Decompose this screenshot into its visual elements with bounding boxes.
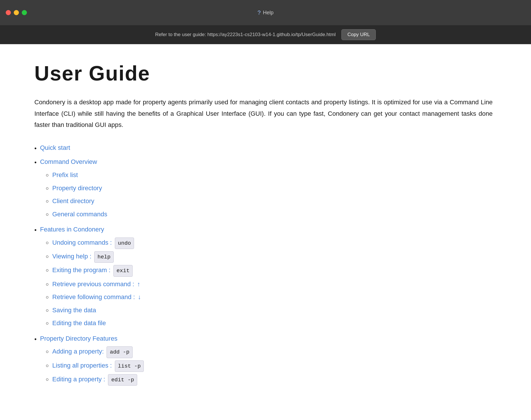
toc-sub-editing-data: Editing the data file — [46, 317, 141, 329]
toc-sub-undoing: Undoing commands : undo — [46, 237, 141, 249]
toc-sub-general-commands: General commands — [46, 209, 107, 220]
close-button[interactable] — [6, 10, 11, 15]
client-directory-link[interactable]: Client directory — [52, 195, 95, 207]
general-commands-link[interactable]: General commands — [52, 209, 107, 220]
main-content: User Guide Condonery is a desktop app ma… — [0, 44, 531, 413]
features-link[interactable]: Features in Condonery — [40, 226, 104, 233]
exit-badge: exit — [113, 265, 133, 276]
editing-property-link[interactable]: Editing a property : — [52, 376, 105, 383]
help-badge: help — [94, 251, 114, 263]
editing-data-link[interactable]: Editing the data file — [52, 317, 106, 329]
page-title: User Guide — [34, 62, 497, 85]
toc-item-quick-start: Quick start — [34, 142, 497, 154]
saving-link[interactable]: Saving the data — [52, 305, 96, 316]
retrieve-prev-link[interactable]: Retrieve previous command : — [52, 280, 134, 288]
adding-property-link[interactable]: Adding a property: — [52, 348, 104, 355]
toc-sub-adding-property: Adding a property: add -p — [46, 346, 144, 358]
listing-properties-link[interactable]: Listing all properties : — [52, 362, 112, 369]
viewing-help-link[interactable]: Viewing help : — [52, 253, 92, 260]
title-bar: ? Help — [0, 0, 531, 25]
add-p-badge: add -p — [107, 346, 132, 358]
quick-start-link[interactable]: Quick start — [40, 142, 70, 154]
toc-sub-exiting: Exiting the program : exit — [46, 264, 141, 276]
retrieve-follow-link[interactable]: Retrieve following command : — [52, 293, 135, 301]
property-features-link[interactable]: Property Directory Features — [40, 335, 117, 342]
help-icon: ? — [257, 9, 261, 16]
edit-p-badge: edit -p — [108, 374, 137, 386]
toc-sub-saving: Saving the data — [46, 305, 141, 316]
property-features-sub: Adding a property: add -p Listing all pr… — [46, 346, 144, 386]
toc-sub-viewing-help: Viewing help : help — [46, 251, 141, 263]
undoing-link[interactable]: Undoing commands : — [52, 239, 112, 246]
url-bar: Refer to the user guide: https://ay2223s… — [0, 25, 531, 44]
toc-sub-listing-properties: Listing all properties : list -p — [46, 360, 144, 372]
window-title: Help — [263, 10, 274, 16]
toc-sub-editing-property: Editing a property : edit -p — [46, 374, 144, 386]
traffic-lights — [6, 10, 27, 15]
down-arrow: ↓ — [138, 293, 141, 301]
toc-item-property-features: Property Directory Features Adding a pro… — [34, 333, 497, 387]
list-p-badge: list -p — [115, 360, 144, 372]
copy-url-button[interactable]: Copy URL — [341, 29, 376, 40]
maximize-button[interactable] — [22, 10, 27, 15]
up-arrow: ↑ — [137, 280, 140, 288]
toc-sub-prefix-list: Prefix list — [46, 169, 107, 181]
toc-sub-property-directory: Property directory — [46, 182, 107, 194]
toc-item-features: Features in Condonery Undoing commands :… — [34, 224, 497, 331]
window-title-area: ? Help — [257, 9, 274, 16]
toc-item-command-overview: Command Overview Prefix list Property di… — [34, 156, 497, 221]
command-overview-sub: Prefix list Property directory Client di… — [46, 169, 107, 220]
prefix-list-link[interactable]: Prefix list — [52, 169, 78, 181]
minimize-button[interactable] — [14, 10, 19, 15]
command-overview-link[interactable]: Command Overview — [40, 158, 97, 165]
exiting-link[interactable]: Exiting the program : — [52, 266, 111, 274]
features-sub: Undoing commands : undo Viewing help : h… — [46, 237, 141, 329]
undo-badge: undo — [115, 238, 134, 249]
toc-sub-retrieve-prev: Retrieve previous command : ↑ — [46, 278, 141, 290]
property-directory-link[interactable]: Property directory — [52, 182, 102, 194]
intro-paragraph: Condonery is a desktop app made for prop… — [34, 97, 493, 131]
url-label: Refer to the user guide: https://ay2223s… — [155, 32, 336, 38]
toc-sub-retrieve-follow: Retrieve following command : ↓ — [46, 291, 141, 303]
toc-sub-client-directory: Client directory — [46, 195, 107, 207]
toc-list: Quick start Command Overview Prefix list… — [34, 142, 497, 387]
